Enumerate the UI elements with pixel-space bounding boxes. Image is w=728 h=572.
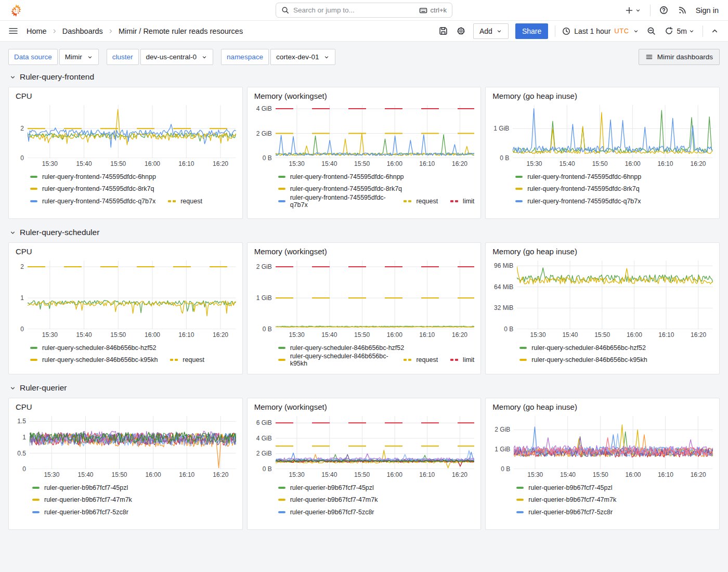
legend-swatch: [32, 487, 40, 489]
time-range-picker[interactable]: Last 1 hour UTC: [562, 27, 639, 35]
panel-title[interactable]: CPU: [13, 91, 236, 105]
panel-title[interactable]: CPU: [13, 246, 236, 261]
variable-datasource-value[interactable]: Mimir: [59, 49, 99, 65]
section-header[interactable]: Ruler-query-frontend: [9, 72, 720, 82]
chart[interactable]: [28, 261, 236, 329]
news-button[interactable]: [677, 5, 688, 16]
chart[interactable]: [517, 261, 713, 329]
collapse-toolbar-button[interactable]: [710, 26, 720, 36]
grafana-logo[interactable]: [9, 4, 23, 17]
legend-item[interactable]: ruler-query-scheduler-846b656bc-k95kh: [278, 353, 392, 367]
legend-item[interactable]: ruler-query-scheduler-846b656bc-hzf52: [278, 344, 405, 352]
legend-item[interactable]: request: [168, 198, 202, 205]
panel-title[interactable]: Memory (workingset): [252, 402, 475, 416]
help-button[interactable]: [658, 5, 669, 16]
legend-item[interactable]: request: [170, 356, 204, 363]
plot-area: 15:3015:4015:5016:0016:1016:20ruler-quer…: [513, 105, 713, 207]
chart[interactable]: [514, 416, 713, 469]
legend-item[interactable]: ruler-query-frontend-745595dfdc-q7b7x: [515, 198, 641, 205]
breadcrumb-dashboards[interactable]: Dashboards: [62, 27, 103, 35]
variable-cluster-label[interactable]: cluster: [107, 49, 139, 65]
legend-item[interactable]: ruler-query-frontend-745595dfdc-q7b7x: [278, 194, 392, 209]
plot-canvas[interactable]: [514, 416, 713, 469]
panel-title[interactable]: Memory (workingset): [252, 246, 475, 261]
dashboard-settings-button[interactable]: [456, 25, 466, 36]
legend-item[interactable]: ruler-query-scheduler-846b656bc-hzf52: [30, 344, 157, 352]
x-tick-label: 16:20: [452, 331, 467, 339]
variable-cluster-value[interactable]: dev-us-central-0: [140, 49, 214, 65]
panel-title[interactable]: Memory (go heap inuse): [490, 246, 713, 261]
search-input[interactable]: Search or jump to... ctrl+k: [276, 3, 452, 18]
legend-item[interactable]: ruler-querier-b9b67fcf7-5zc8r: [278, 509, 374, 516]
plot-canvas[interactable]: [517, 261, 713, 329]
plot-area: 15:3015:4015:5016:0016:1016:20ruler-quer…: [28, 105, 236, 207]
legend-item[interactable]: request: [404, 356, 438, 363]
chart[interactable]: [276, 105, 475, 158]
legend-item[interactable]: ruler-query-frontend-745595dfdc-6hnpp: [30, 173, 156, 180]
plot-canvas[interactable]: [30, 416, 236, 469]
mimir-dashboards-button[interactable]: Mimir dashboards: [639, 49, 720, 65]
plot-canvas[interactable]: [276, 416, 475, 469]
legend-item[interactable]: ruler-query-frontend-745595dfdc-8rk7q: [515, 185, 639, 192]
variable-namespace-value[interactable]: cortex-dev-01: [270, 49, 336, 65]
legend-item[interactable]: ruler-querier-b9b67fcf7-47m7k: [516, 496, 616, 503]
variable-namespace-label[interactable]: namespace: [221, 49, 269, 65]
legend-item[interactable]: ruler-query-frontend-745595dfdc-q7b7x: [30, 198, 155, 205]
section-header[interactable]: Ruler-query-scheduler: [9, 228, 720, 237]
x-tick-label: 15:50: [354, 331, 370, 339]
plot-canvas[interactable]: [28, 261, 236, 329]
menu-icon[interactable]: [8, 26, 18, 36]
x-tick-label: 15:30: [289, 160, 305, 167]
variable-datasource-label[interactable]: Data source: [8, 49, 58, 65]
refresh-button[interactable]: 5m: [664, 25, 696, 36]
legend-item[interactable]: ruler-querier-b9b67fcf7-45pzl: [278, 484, 374, 491]
variable-cluster: cluster dev-us-central-0: [107, 49, 213, 65]
legend-item[interactable]: ruler-query-scheduler-846b656bc-k95kh: [519, 356, 647, 363]
legend-item[interactable]: ruler-query-frontend-745595dfdc-6hnpp: [515, 173, 641, 180]
legend-item[interactable]: ruler-query-scheduler-846b656bc-hzf52: [519, 344, 646, 352]
new-button[interactable]: [624, 5, 642, 16]
save-dashboard-button[interactable]: [438, 25, 449, 36]
plot-canvas[interactable]: [513, 105, 713, 158]
plot-area: 15:3015:4015:5016:0016:1016:20ruler-quer…: [276, 416, 475, 518]
chart[interactable]: [30, 416, 236, 469]
legend-item[interactable]: ruler-query-scheduler-846b656bc-k95kh: [30, 356, 158, 363]
legend-item[interactable]: ruler-query-frontend-745595dfdc-8rk7q: [278, 185, 402, 192]
x-tick-label: 16:10: [657, 160, 673, 167]
legend-item[interactable]: limit: [450, 198, 474, 205]
chart[interactable]: [276, 261, 475, 329]
section-header[interactable]: Ruler-querier: [9, 383, 720, 393]
panel-title[interactable]: CPU: [13, 402, 236, 416]
share-button[interactable]: Share: [515, 23, 548, 39]
x-tick-label: 15:50: [592, 160, 608, 167]
legend-item[interactable]: ruler-querier-b9b67fcf7-45pzl: [516, 484, 612, 491]
plot-body: 01215:3015:4015:5016:0016:1016:20ruler-q…: [13, 261, 236, 366]
panel-title[interactable]: Memory (go heap inuse): [490, 91, 713, 105]
plot-canvas[interactable]: [28, 105, 236, 158]
x-tick-label: 16:00: [146, 471, 161, 478]
legend-item[interactable]: ruler-querier-b9b67fcf7-5zc8r: [32, 509, 128, 516]
plot-canvas[interactable]: [276, 105, 475, 158]
chart[interactable]: [28, 105, 236, 158]
legend-row: ruler-querier-b9b67fcf7-45pzl: [278, 482, 475, 494]
legend-item[interactable]: ruler-querier-b9b67fcf7-45pzl: [32, 484, 128, 491]
zoom-out-button[interactable]: [646, 25, 657, 36]
x-tick-label: 15:50: [110, 331, 126, 339]
legend-item[interactable]: ruler-query-frontend-745595dfdc-6hnpp: [278, 173, 404, 180]
legend-swatch: [30, 359, 37, 361]
chart[interactable]: [513, 105, 713, 158]
panel-title[interactable]: Memory (go heap inuse): [490, 402, 713, 416]
chart[interactable]: [276, 416, 475, 469]
legend-item[interactable]: request: [404, 198, 438, 205]
x-tick-label: 15:30: [530, 331, 546, 339]
add-button[interactable]: Add: [473, 23, 509, 39]
legend-item[interactable]: limit: [450, 356, 474, 363]
breadcrumb-home[interactable]: Home: [27, 27, 47, 35]
plot-canvas[interactable]: [276, 261, 475, 329]
legend-item[interactable]: ruler-querier-b9b67fcf7-47m7k: [278, 496, 378, 503]
panel-title[interactable]: Memory (workingset): [252, 91, 475, 105]
sign-in-link[interactable]: Sign in: [696, 6, 719, 15]
legend-item[interactable]: ruler-query-frontend-745595dfdc-8rk7q: [30, 185, 154, 192]
legend-item[interactable]: ruler-querier-b9b67fcf7-47m7k: [32, 496, 132, 503]
legend-item[interactable]: ruler-querier-b9b67fcf7-5zc8r: [516, 509, 613, 516]
